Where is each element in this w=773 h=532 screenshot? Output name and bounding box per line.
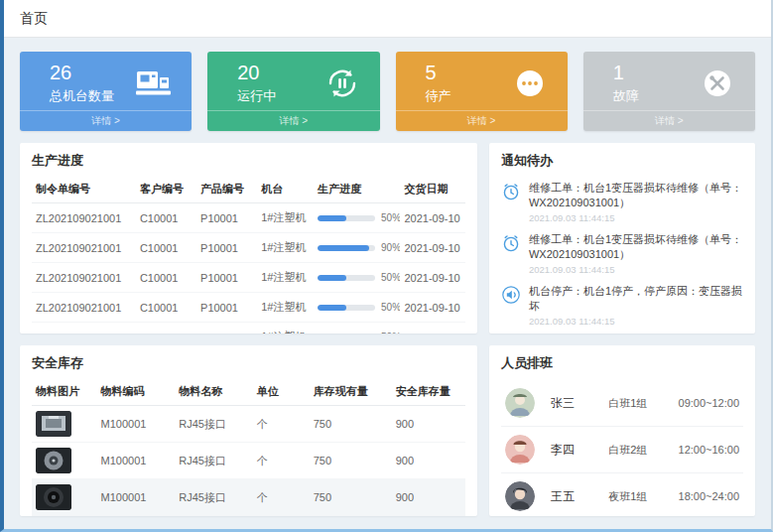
cell-customer: C10001 [136, 203, 196, 233]
schedule-list: 张三 白班1组 09:00~12:00 李四 白班2组 12:00~16:00 … [501, 378, 743, 516]
cell-order: ZL202109021001 [32, 263, 136, 293]
cell-customer: C10001 [136, 323, 196, 334]
card-detail-link[interactable]: 详情 > [207, 110, 379, 131]
cell-unit: 个 [253, 479, 310, 516]
col-machine: 机台 [257, 176, 314, 203]
cell-machine: 1#注塑机 [257, 293, 314, 323]
table-row: ZL202109021001 C10001 P10001 1#注塑机 50% 2… [32, 263, 465, 293]
stat-card-body: 1 故障 [583, 52, 755, 110]
notification-text: 维修工单：机台1变压器损坏待维修（单号：WX202109031001） [529, 232, 743, 261]
cell-unit: 个 [253, 443, 310, 479]
cell-product: P10001 [196, 203, 257, 233]
cell-product: P10001 [196, 323, 257, 334]
notification-time: 2021.09.03 11:44:15 [529, 316, 743, 327]
cell-machine: 1#注塑机 [257, 323, 314, 334]
person-shift: 夜班1组 [608, 489, 678, 504]
notification-body: 维修工单：机台1变压器损坏待维修（单号：WX202109031001） 2021… [529, 232, 743, 275]
cell-machine: 1#注塑机 [257, 233, 314, 263]
cell-date: 2021-09-10 [400, 323, 465, 334]
notification-item[interactable]: 维修工单：机台1变压器损坏待维修（单号：WX202109031001） 2021… [501, 176, 743, 227]
cell-customer: C10001 [136, 233, 196, 263]
cell-progress: 50% [314, 293, 400, 323]
col-progress: 生产进度 [314, 176, 400, 203]
avatar [505, 435, 535, 465]
progress-value: 50% [381, 302, 400, 313]
cell-order: ZL202109021001 [32, 293, 136, 323]
table-row: ZL202109021001 C10001 P10001 1#注塑机 50% 2… [32, 203, 465, 233]
notification-time: 2021.09.03 11:44:15 [529, 212, 743, 223]
notification-text: 维修工单：机台1变压器损坏待维修（单号：WX202109031001） [529, 181, 743, 209]
progress-value: 50% [381, 212, 400, 223]
table-row: ZL202109021001 C10001 P10001 1#注塑机 50% 2… [32, 293, 465, 323]
progress-bar [318, 275, 375, 281]
ellipsis-icon [512, 66, 548, 100]
clock-icon [501, 232, 521, 275]
stat-card-waiting[interactable]: 5 待产 详情 > [396, 52, 568, 131]
person-time: 12:00~16:00 [679, 444, 739, 456]
cell-progress: 50% [314, 203, 400, 233]
stat-card-fault[interactable]: 1 故障 详情 > [583, 52, 755, 131]
notification-body: 机台停产：机台1停产，停产原因：变压器损坏 2021.09.03 11:44:1… [529, 284, 743, 327]
card-detail-link[interactable]: 详情 > [20, 110, 192, 131]
table-row: M100001 RJ45接口 个 750 900 [32, 443, 465, 479]
person-name: 张三 [551, 395, 608, 412]
production-table: 制令单编号 客户编号 产品编号 机台 生产进度 交货日期 ZL202109021… [32, 176, 465, 333]
stat-card-text: 1 故障 [613, 62, 639, 105]
stat-value: 20 [237, 62, 276, 83]
tab-home[interactable]: 首页 [20, 10, 48, 28]
person-shift: 白班1组 [608, 396, 678, 411]
cell-safety: 900 [392, 479, 465, 516]
material-image [36, 484, 71, 510]
card-detail-link[interactable]: 详情 > [583, 110, 755, 131]
stat-card-running[interactable]: 20 运行中 详情 > [207, 52, 379, 131]
col-date: 交货日期 [400, 176, 465, 203]
col-safety: 安全库存量 [392, 378, 465, 406]
cell-unit: 个 [253, 406, 310, 443]
table-row: ZL202109021001 C10001 P10001 1#注塑机 90% 2… [32, 233, 465, 263]
stat-value: 5 [426, 62, 451, 83]
cell-machine: 1#注塑机 [257, 203, 314, 233]
col-stock: 库存现有量 [310, 378, 392, 406]
cell-code: M100001 [97, 406, 176, 443]
col-product: 产品编号 [196, 176, 257, 203]
cell-date: 2021-09-10 [400, 263, 465, 293]
col-order: 制令单编号 [32, 176, 136, 203]
panel-title: 生产进度 [32, 152, 465, 170]
cell-code: M100001 [97, 443, 176, 479]
stat-label: 运行中 [237, 87, 276, 105]
notification-item[interactable]: 维修工单：机台1变压器损坏待维修（单号：WX202109031001） 2021… [501, 227, 743, 279]
table-row: M100001 RJ45接口 个 750 900 [32, 479, 465, 516]
cell-date: 2021-09-10 [400, 203, 465, 233]
col-name: 物料名称 [175, 378, 253, 406]
notification-item[interactable]: 计划暂停：机台1生产计划已暂停 2021.09.03 11:44:15 [501, 331, 743, 333]
panel-title: 通知待办 [501, 152, 743, 170]
schedule-row: 张三 白班1组 09:00~12:00 [501, 380, 743, 427]
card-detail-link[interactable]: 详情 > [396, 110, 568, 131]
tools-icon [700, 66, 735, 100]
schedule-row: 王五 夜班1组 18:00~24:00 [501, 473, 743, 516]
safety-stock-panel: 安全库存 物料图片 物料编码 物料名称 单位 库存现有量 安全库存量 [20, 345, 477, 516]
panel-title: 人员排班 [501, 354, 743, 372]
stat-card-total-machines[interactable]: 26 总机台数量 详情 > [20, 52, 192, 131]
progress-bar [318, 215, 375, 221]
stat-card-text: 26 总机台数量 [50, 62, 114, 105]
col-image: 物料图片 [32, 378, 97, 406]
cell-date: 2021-09-10 [400, 293, 465, 323]
material-image [36, 448, 71, 473]
cell-image [32, 406, 97, 443]
production-progress-panel: 生产进度 制令单编号 客户编号 产品编号 机台 生产进度 交货日期 [20, 143, 477, 333]
cell-product: P10001 [196, 233, 257, 263]
cell-product: P10001 [196, 293, 257, 323]
cell-date: 2021-09-10 [400, 233, 465, 263]
notification-body: 维修工单：机台1变压器损坏待维修（单号：WX202109031001） 2021… [529, 181, 743, 223]
cell-order: ZL202109021001 [32, 233, 136, 263]
progress-bar [318, 305, 375, 311]
notification-item[interactable]: 机台停产：机台1停产，停产原因：变压器损坏 2021.09.03 11:44:1… [501, 279, 743, 331]
stat-cards: 26 总机台数量 详情 > [4, 38, 771, 143]
cell-customer: C10001 [136, 293, 196, 323]
table-header-row: 制令单编号 客户编号 产品编号 机台 生产进度 交货日期 [32, 176, 465, 203]
topbar: 首页 [4, 0, 771, 38]
cell-progress: 90% [314, 233, 400, 263]
table-row: M100001 RJ45接口 个 750 900 [32, 406, 465, 443]
material-image [36, 411, 71, 437]
